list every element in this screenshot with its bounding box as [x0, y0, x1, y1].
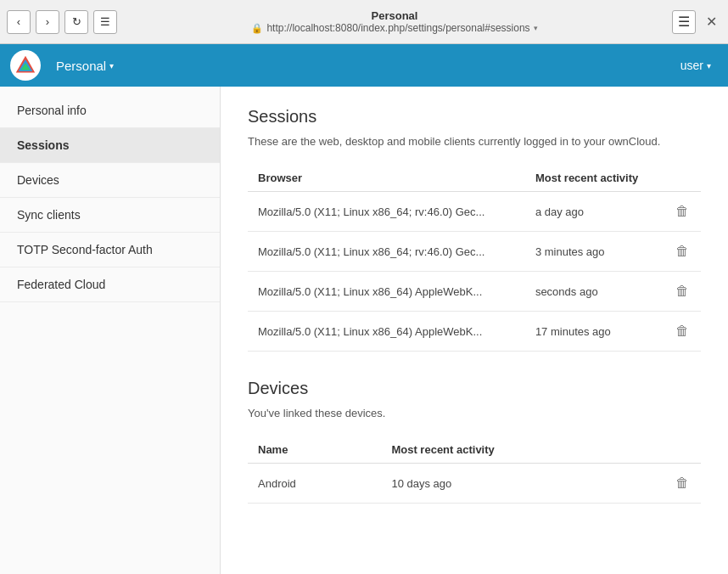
user-menu[interactable]: user ▾	[674, 53, 718, 77]
sidebar-item-personal-info[interactable]: Personal info	[0, 93, 220, 128]
session-delete-cell: 🗑	[664, 312, 701, 352]
session-browser-cell: Mozilla/5.0 (X11; Linux x86_64; rv:46.0)…	[248, 192, 525, 232]
devices-col-activity: Most recent activity	[381, 436, 664, 464]
app-logo	[10, 50, 41, 81]
session-delete-button[interactable]: 🗑	[674, 322, 691, 340]
devices-table: Name Most recent activity Android 10 day…	[248, 436, 701, 504]
sessions-title: Sessions	[248, 107, 701, 127]
bookmark-button[interactable]: ☰	[93, 10, 117, 34]
device-delete-button[interactable]: 🗑	[674, 474, 691, 492]
back-button[interactable]: ‹	[7, 10, 31, 34]
personal-nav-arrow: ▾	[109, 61, 114, 70]
url-text: http://localhost:8080/index.php/settings…	[266, 22, 529, 34]
personal-nav-label: Personal	[56, 59, 106, 73]
browser-chrome: ‹ › ↻ ☰ Personal 🔒 http://localhost:8080…	[0, 0, 728, 44]
device-delete-cell: 🗑	[664, 464, 701, 504]
session-delete-button[interactable]: 🗑	[674, 202, 691, 221]
sessions-table-row: Mozilla/5.0 (X11; Linux x86_64) AppleWeb…	[248, 272, 701, 312]
sidebar-item-federated-cloud[interactable]: Federated Cloud	[0, 267, 220, 302]
sessions-table-row: Mozilla/5.0 (X11; Linux x86_64) AppleWeb…	[248, 312, 701, 352]
session-browser-cell: Mozilla/5.0 (X11; Linux x86_64; rv:46.0)…	[248, 232, 525, 272]
url-dropdown-arrow: ▾	[534, 24, 538, 32]
forward-button[interactable]: ›	[36, 10, 59, 34]
address-bar-container: Personal 🔒 http://localhost:8080/index.p…	[122, 9, 667, 34]
session-delete-button[interactable]: 🗑	[674, 242, 691, 261]
sessions-table: Browser Most recent activity Mozilla/5.0…	[248, 165, 701, 352]
url-icon: 🔒	[251, 23, 263, 34]
device-name-cell: Android	[248, 464, 381, 504]
page-title-chrome: Personal	[372, 9, 418, 22]
session-activity-cell: 17 minutes ago	[525, 312, 664, 352]
sidebar-item-sync-clients[interactable]: Sync clients	[0, 198, 220, 233]
main-layout: Personal info Sessions Devices Sync clie…	[0, 87, 728, 574]
session-delete-cell: 🗑	[664, 272, 701, 312]
reload-button[interactable]: ↻	[64, 10, 88, 34]
close-button[interactable]: ✕	[701, 12, 721, 32]
sidebar-item-totp[interactable]: TOTP Second-factor Auth	[0, 233, 220, 267]
session-delete-button[interactable]: 🗑	[674, 282, 691, 301]
devices-description: You've linked these devices.	[248, 407, 701, 419]
session-browser-cell: Mozilla/5.0 (X11; Linux x86_64) AppleWeb…	[248, 312, 525, 352]
sidebar-item-devices[interactable]: Devices	[0, 163, 220, 198]
session-delete-cell: 🗑	[664, 192, 701, 232]
sidebar: Personal info Sessions Devices Sync clie…	[0, 87, 221, 574]
session-activity-cell: 3 minutes ago	[525, 232, 664, 272]
session-activity-cell: seconds ago	[525, 272, 664, 312]
hamburger-menu-button[interactable]: ☰	[672, 10, 696, 34]
sessions-table-row: Mozilla/5.0 (X11; Linux x86_64; rv:46.0)…	[248, 232, 701, 272]
sessions-col-browser: Browser	[248, 165, 525, 192]
device-activity-cell: 10 days ago	[381, 464, 664, 504]
sessions-table-row: Mozilla/5.0 (X11; Linux x86_64; rv:46.0)…	[248, 192, 701, 232]
owncloud-logo-icon	[14, 53, 37, 77]
devices-table-row: Android 10 days ago 🗑	[248, 464, 701, 504]
session-activity-cell: a day ago	[525, 192, 664, 232]
devices-col-name: Name	[248, 436, 381, 464]
app-header: Personal ▾ user ▾	[0, 44, 728, 87]
session-browser-cell: Mozilla/5.0 (X11; Linux x86_64) AppleWeb…	[248, 272, 525, 312]
user-menu-arrow: ▾	[707, 61, 711, 70]
devices-title: Devices	[248, 379, 701, 398]
address-bar[interactable]: 🔒 http://localhost:8080/index.php/settin…	[251, 22, 537, 34]
sessions-col-action	[664, 165, 701, 192]
sessions-description: These are the web, desktop and mobile cl…	[248, 135, 701, 148]
content-area: Sessions These are the web, desktop and …	[221, 87, 728, 574]
session-delete-cell: 🗑	[664, 232, 701, 272]
sidebar-item-sessions[interactable]: Sessions	[0, 128, 220, 163]
sessions-col-activity: Most recent activity	[525, 165, 664, 192]
personal-nav-item[interactable]: Personal ▾	[49, 53, 120, 78]
devices-col-action	[664, 436, 701, 464]
user-label: user	[680, 59, 703, 72]
